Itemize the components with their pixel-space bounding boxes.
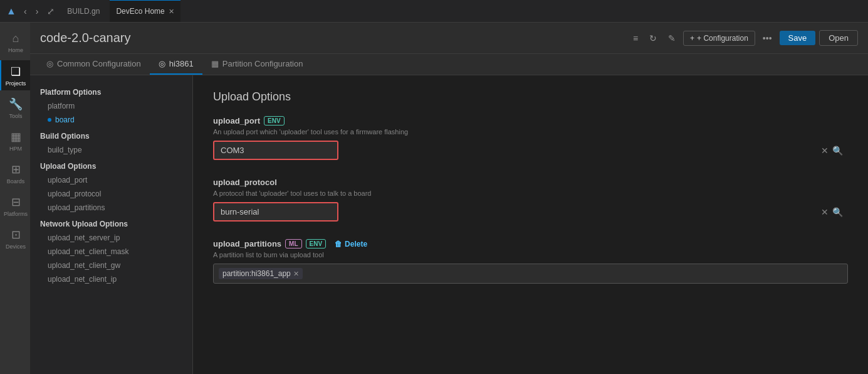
list-view-button[interactable]: ≡	[629, 31, 642, 46]
hi3861-tab-icon: ◎	[159, 59, 165, 68]
nav-split-button[interactable]: ⤢	[44, 5, 57, 18]
nav-platform-label: platform	[48, 102, 75, 110]
nav-upload-partitions-label: upload_partitions	[48, 203, 105, 212]
tab-deveco-home[interactable]: DevEco Home ✕	[110, 0, 180, 22]
upload-protocol-clear-button[interactable]: ✕	[821, 207, 829, 217]
list-icon: ≡	[633, 33, 638, 43]
add-configuration-button[interactable]: + + Configuration	[683, 31, 755, 46]
sidebar-item-home[interactable]: ⌂ Home	[0, 28, 30, 58]
refresh-icon: ↻	[649, 33, 657, 43]
nav-forward-button[interactable]: ›	[33, 5, 41, 18]
sidebar-item-projects[interactable]: ❏ Projects	[0, 60, 30, 90]
nav-item-upload-net-client-gw[interactable]: upload_net_client_gw	[30, 259, 192, 272]
main-layout: ⌂ Home ❏ Projects 🔧 Tools ▦ HPM ⊞ Boards…	[0, 23, 868, 374]
partition-tab-label: Partition Configuration	[222, 59, 303, 68]
partition-tag-hi3861-app-label: partition:hi3861_app	[222, 269, 291, 278]
nav-item-upload-net-server-ip[interactable]: upload_net_server_ip	[30, 231, 192, 245]
upload-protocol-search-button[interactable]: 🔍	[832, 207, 843, 217]
nav-item-upload-partitions[interactable]: upload_partitions	[30, 201, 192, 215]
edit-icon: ✎	[668, 33, 676, 43]
upload-partitions-tags-input[interactable]: partition:hi3861_app ✕	[213, 264, 848, 284]
nav-build-type-label: build_type	[48, 146, 82, 154]
tab-deveco-home-close-icon[interactable]: ✕	[169, 8, 174, 16]
nav-section-upload-options: Upload Options	[30, 157, 192, 173]
nav-item-upload-net-client-ip[interactable]: upload_net_client_ip	[30, 272, 192, 286]
projects-icon: ❏	[11, 65, 21, 78]
nav-item-upload-port[interactable]: upload_port	[30, 173, 192, 187]
tab-build-gn[interactable]: BUILD.gn	[61, 0, 106, 22]
upload-protocol-input-icons: ✕ 🔍	[821, 207, 843, 217]
common-config-tab-icon: ◎	[46, 59, 53, 68]
upload-port-field-name: upload_port ENV	[213, 116, 848, 126]
nav-net-client-ip-label: upload_net_client_ip	[48, 275, 117, 284]
nav-item-platform[interactable]: platform	[30, 99, 192, 113]
tab-deveco-home-label: DevEco Home	[116, 7, 164, 16]
sidebar-item-hpm[interactable]: ▦ HPM	[0, 126, 30, 156]
sidebar-item-platforms[interactable]: ⊟ Platforms	[0, 191, 30, 221]
nav-item-upload-net-client-mask[interactable]: upload_net_client_mask	[30, 245, 192, 259]
nav-item-upload-protocol[interactable]: upload_protocol	[30, 187, 192, 201]
plus-icon: +	[690, 34, 694, 43]
project-title: code-2.0-canary	[40, 31, 629, 45]
upload-port-input[interactable]	[213, 141, 338, 160]
tab-partition-configuration[interactable]: ▦ Partition Configuration	[202, 54, 312, 75]
more-button[interactable]: •••	[759, 31, 776, 46]
sidebar-home-label: Home	[8, 47, 23, 53]
body-area: Platform Options platform board Build Op…	[30, 75, 868, 374]
refresh-button[interactable]: ↻	[646, 31, 661, 46]
upload-partitions-ml-badge: ML	[285, 239, 301, 248]
nav-back-button[interactable]: ‹	[21, 5, 29, 18]
nav-section-network-upload-options: Network Upload Options	[30, 215, 192, 231]
upload-port-clear-button[interactable]: ✕	[821, 146, 829, 156]
open-button[interactable]: Open	[819, 30, 858, 46]
upload-partitions-label: upload_partitions	[213, 239, 281, 248]
nav-item-board[interactable]: board	[30, 113, 192, 127]
partition-tab-icon: ▦	[211, 59, 219, 68]
tab-bar: ◎ Common Configuration ◎ hi3861 ▦ Partit…	[30, 54, 868, 75]
upload-port-input-icons: ✕ 🔍	[821, 146, 843, 156]
common-config-tab-label: Common Configuration	[57, 59, 141, 68]
nav-net-server-ip-label: upload_net_server_ip	[48, 233, 120, 242]
nav-section-build-options: Build Options	[30, 127, 192, 143]
hi3861-tab-label: hi3861	[169, 59, 194, 68]
tab-build-gn-label: BUILD.gn	[67, 7, 100, 16]
more-icon: •••	[763, 33, 772, 43]
upload-protocol-desc: A protocol that 'uploader' tool uses to …	[213, 190, 848, 197]
upload-partitions-desc: A partition list to burn via upload tool	[213, 251, 848, 259]
sidebar-item-boards[interactable]: ⊞ Boards	[0, 158, 30, 188]
nav-item-build-type[interactable]: build_type	[30, 143, 192, 157]
upload-protocol-field-name: upload_protocol	[213, 178, 848, 187]
left-nav-panel: Platform Options platform board Build Op…	[30, 75, 193, 374]
sidebar-item-tools[interactable]: 🔧 Tools	[0, 93, 30, 123]
upload-protocol-field-group: upload_protocol A protocol that 'uploade…	[213, 178, 848, 222]
toolbar-actions: ≡ ↻ ✎ + + Configuration ••• Save Open	[629, 30, 858, 46]
nav-upload-port-label: upload_port	[48, 176, 87, 184]
partition-tag-hi3861-app: partition:hi3861_app ✕	[219, 268, 303, 279]
main-content-panel: Upload Options upload_port ENV An upload…	[193, 75, 868, 374]
edit-button[interactable]: ✎	[664, 31, 679, 46]
sidebar-devices-label: Devices	[6, 243, 26, 250]
sidebar-item-devices[interactable]: ⊡ Devices	[0, 223, 30, 254]
devices-icon: ⊡	[11, 228, 21, 242]
platforms-icon: ⊟	[11, 195, 21, 209]
tab-common-configuration[interactable]: ◎ Common Configuration	[38, 54, 150, 75]
sidebar-boards-label: Boards	[7, 178, 25, 184]
upload-partitions-field-name: upload_partitions ML ENV 🗑 Delete	[213, 239, 848, 248]
upload-port-search-button[interactable]: 🔍	[832, 146, 843, 156]
sidebar-tools-label: Tools	[9, 113, 22, 119]
partition-tag-hi3861-app-remove-button[interactable]: ✕	[293, 270, 299, 278]
upload-partitions-delete-link[interactable]: 🗑 Delete	[335, 240, 367, 248]
upload-protocol-input[interactable]	[213, 202, 338, 222]
upload-port-input-wrap: ✕ 🔍	[213, 141, 848, 160]
app-logo: ▲	[5, 5, 18, 18]
nav-net-client-mask-label: upload_net_client_mask	[48, 247, 128, 256]
sidebar-platforms-label: Platforms	[4, 211, 28, 217]
nav-section-platform-options: Platform Options	[30, 83, 192, 99]
save-button[interactable]: Save	[780, 31, 816, 45]
hpm-icon: ▦	[11, 130, 21, 144]
top-toolbar: code-2.0-canary ≡ ↻ ✎ + + Configuration …	[30, 23, 868, 54]
tab-hi3861[interactable]: ◎ hi3861	[150, 54, 202, 75]
content-area: code-2.0-canary ≡ ↻ ✎ + + Configuration …	[30, 23, 868, 374]
upload-port-desc: An upload port which 'uploader' tool use…	[213, 128, 848, 136]
delete-icon: 🗑	[335, 240, 342, 248]
